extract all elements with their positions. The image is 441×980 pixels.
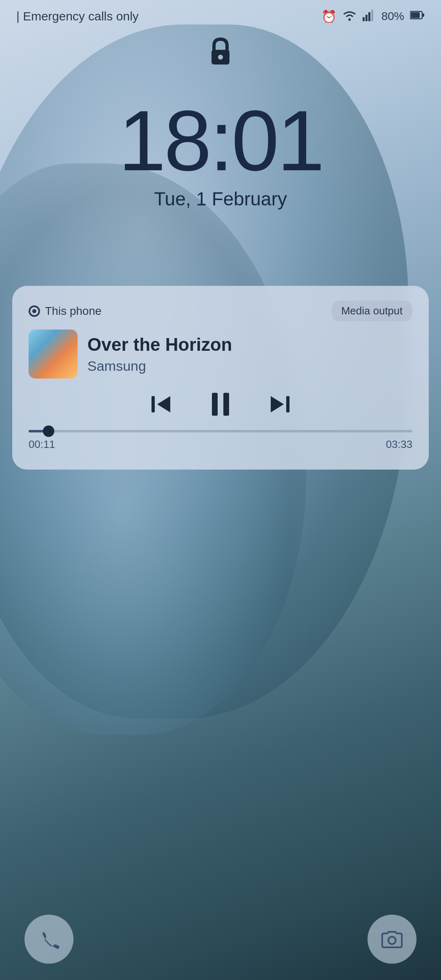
battery-percentage: 80% <box>381 10 404 23</box>
album-art <box>29 330 78 379</box>
wifi-icon <box>342 9 357 24</box>
svg-rect-10 <box>151 396 155 412</box>
status-icons: ⏰ 80% <box>321 9 425 24</box>
media-player-card: This phone Media output Over the Horizon… <box>12 286 429 470</box>
clock-date: Tue, 1 February <box>118 188 323 210</box>
svg-rect-1 <box>363 17 365 21</box>
next-button[interactable] <box>267 392 292 416</box>
previous-button[interactable] <box>149 392 174 416</box>
svg-point-9 <box>218 55 223 60</box>
pause-bar-right <box>223 393 229 416</box>
svg-rect-4 <box>371 10 373 21</box>
media-source-icon <box>29 305 40 317</box>
battery-icon <box>410 9 425 23</box>
track-title: Over the Horizon <box>87 334 412 355</box>
svg-rect-6 <box>422 13 424 17</box>
svg-rect-12 <box>286 396 290 412</box>
camera-icon <box>381 929 403 949</box>
track-artist: Samsung <box>87 358 412 374</box>
svg-rect-3 <box>368 12 370 21</box>
phone-icon <box>39 929 59 949</box>
emergency-calls-text: | Emergency calls only <box>16 9 139 23</box>
pause-button[interactable] <box>206 390 235 419</box>
progress-thumb[interactable] <box>43 425 54 437</box>
phone-shortcut-button[interactable] <box>24 915 74 964</box>
media-source-label: This phone <box>45 305 102 318</box>
camera-shortcut-button[interactable] <box>368 915 416 964</box>
svg-rect-7 <box>411 12 420 18</box>
svg-marker-11 <box>157 396 170 412</box>
media-source: This phone <box>29 305 102 318</box>
status-bar: | Emergency calls only ⏰ 80% <box>0 0 441 33</box>
track-info: Over the Horizon Samsung <box>87 334 412 374</box>
progress-track[interactable] <box>29 430 412 432</box>
clock-container: 18:01 Tue, 1 February <box>118 98 323 210</box>
svg-marker-13 <box>271 396 284 412</box>
clock-time: 18:01 <box>118 98 323 184</box>
progress-times: 00:11 03:33 <box>29 438 412 451</box>
svg-point-14 <box>388 937 396 944</box>
media-info: Over the Horizon Samsung <box>29 330 412 379</box>
pause-icon <box>212 393 229 416</box>
lock-container <box>208 37 233 72</box>
lock-icon <box>208 44 233 71</box>
media-header: This phone Media output <box>29 301 412 321</box>
svg-rect-2 <box>365 15 368 21</box>
signal-icon <box>363 9 376 24</box>
pause-bar-left <box>212 393 218 416</box>
media-controls <box>29 390 412 419</box>
current-time: 00:11 <box>29 438 55 451</box>
progress-container[interactable]: 00:11 03:33 <box>29 430 412 451</box>
svg-point-0 <box>348 18 351 21</box>
total-time: 03:33 <box>386 438 412 451</box>
alarm-icon: ⏰ <box>321 9 336 24</box>
media-output-button[interactable]: Media output <box>332 301 412 321</box>
bottom-bar <box>0 915 441 964</box>
